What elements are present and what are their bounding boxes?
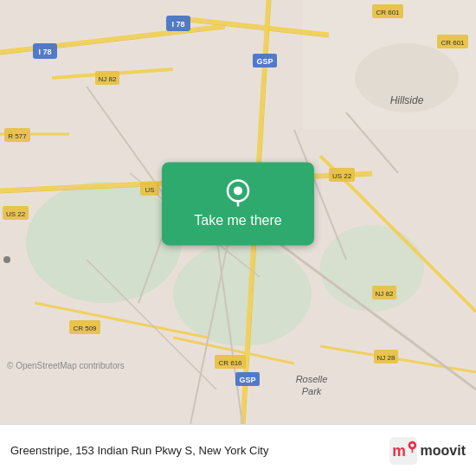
svg-text:Park: Park — [302, 386, 322, 396]
svg-point-1 — [26, 182, 182, 303]
svg-point-64 — [234, 186, 242, 195]
take-me-there-label: Take me there — [194, 213, 281, 228]
svg-text:GSP: GSP — [256, 57, 273, 66]
svg-text:NJ 28: NJ 28 — [377, 354, 396, 362]
svg-text:NJ 82: NJ 82 — [99, 75, 117, 83]
moovit-logo: m moovit — [389, 437, 466, 465]
svg-text:CR 616: CR 616 — [218, 359, 242, 367]
svg-text:US 22: US 22 — [332, 172, 352, 180]
svg-text:CR 601: CR 601 — [376, 9, 400, 16]
take-me-there-button[interactable]: Take me there — [162, 162, 314, 245]
svg-point-2 — [173, 242, 312, 346]
moovit-icon: m — [389, 437, 417, 465]
svg-text:R 577: R 577 — [8, 132, 27, 140]
svg-text:US 22: US 22 — [6, 210, 26, 218]
copyright-text: © OpenStreetMap contributors — [7, 361, 125, 370]
address-text: Greenstripe, 153 Indian Run Pkwy S, New … — [10, 444, 389, 457]
svg-text:CR 601: CR 601 — [441, 39, 465, 47]
svg-text:GSP: GSP — [239, 376, 255, 384]
svg-text:CR 509: CR 509 — [73, 325, 97, 332]
svg-text:US: US — [145, 186, 154, 194]
map-container: I 78 I 78 CR 601 CR 601 NJ 82 R 577 US 2… — [0, 0, 476, 424]
svg-point-69 — [410, 443, 414, 447]
svg-text:I 78: I 78 — [38, 48, 51, 56]
svg-point-3 — [320, 225, 424, 312]
bottom-bar: Greenstripe, 153 Indian Run Pkwy S, New … — [0, 424, 476, 476]
svg-text:Roselle: Roselle — [296, 374, 328, 384]
svg-point-62 — [3, 256, 10, 263]
svg-text:Hillside: Hillside — [390, 94, 424, 106]
svg-text:I 78: I 78 — [171, 20, 184, 29]
svg-text:m: m — [392, 442, 406, 460]
moovit-text: moovit — [421, 443, 466, 459]
address-section: Greenstripe, 153 Indian Run Pkwy S, New … — [10, 444, 389, 457]
location-pin-icon — [224, 178, 252, 206]
svg-text:NJ 82: NJ 82 — [376, 290, 394, 298]
